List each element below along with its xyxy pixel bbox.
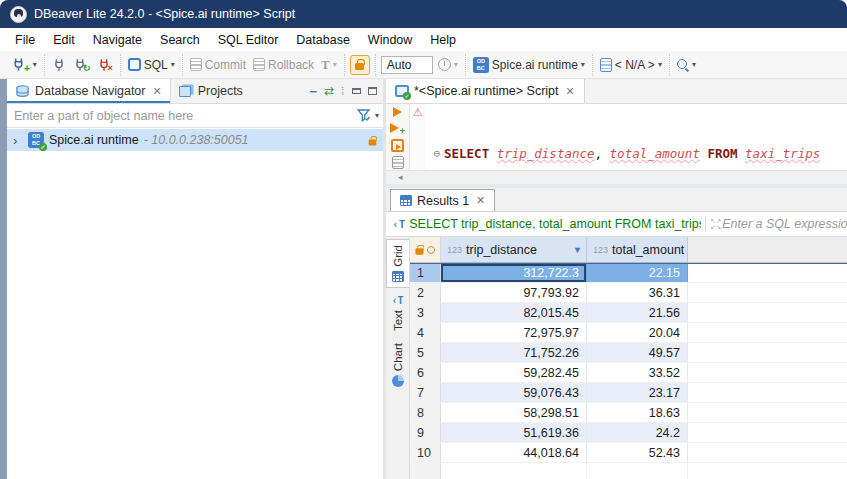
row-number-cell[interactable]: 6: [410, 363, 441, 382]
chevron-down-icon[interactable]: ▾: [454, 61, 458, 69]
row-number-cell[interactable]: 5: [410, 343, 441, 362]
cell-trip-distance[interactable]: 58,298.51: [441, 403, 587, 422]
cell-trip-distance[interactable]: 97,793.92: [441, 283, 587, 302]
row-number-cell[interactable]: 4: [410, 323, 441, 342]
chevron-down-icon[interactable]: ▾: [33, 61, 37, 69]
search-button[interactable]: ▾: [675, 58, 698, 72]
scroll-left-icon[interactable]: ◂: [398, 172, 403, 182]
commit-button[interactable]: Commit: [188, 57, 248, 73]
code-line-1[interactable]: ⊖ SELECT trip_distance, total_amount FRO…: [426, 144, 847, 163]
cell-trip-distance[interactable]: 82,015.45: [441, 303, 587, 322]
disconnect-button[interactable]: ×: [95, 55, 114, 74]
menu-search[interactable]: Search: [151, 30, 209, 50]
connect-button[interactable]: [50, 57, 68, 73]
connection-lock-toggle[interactable]: [350, 55, 370, 75]
cell-total-amount[interactable]: 24.2: [587, 423, 688, 442]
close-icon[interactable]: ✕: [566, 85, 575, 98]
cell-total-amount[interactable]: 33.52: [587, 363, 688, 382]
cell-total-amount[interactable]: 23.17: [587, 383, 688, 402]
object-filter-input[interactable]: [14, 109, 353, 123]
menu-sql-editor[interactable]: SQL Editor: [209, 30, 288, 50]
table-row[interactable]: 472,975.9720.04: [410, 323, 847, 343]
cell-total-amount[interactable]: 36.31: [587, 283, 688, 302]
menu-edit[interactable]: Edit: [44, 30, 84, 50]
cell-trip-distance[interactable]: 51,619.36: [441, 423, 587, 442]
chevron-down-icon[interactable]: ▾: [375, 112, 379, 120]
cell-trip-distance[interactable]: 59,076.43: [441, 383, 587, 402]
collapse-all-icon[interactable]: −: [310, 84, 318, 99]
menu-help[interactable]: Help: [421, 30, 465, 50]
row-number-cell[interactable]: 3: [410, 303, 441, 322]
expand-filter-icon[interactable]: ↖↗↙↘: [710, 218, 722, 230]
table-row[interactable]: 659,282.4533.52: [410, 363, 847, 383]
new-connection-button[interactable]: + ▾: [9, 55, 39, 75]
result-filter-input[interactable]: [722, 217, 847, 231]
code-area[interactable]: ⊖ SELECT trip_distance, total_amount FRO…: [426, 104, 847, 170]
tab-projects[interactable]: Projects: [171, 79, 251, 103]
table-row[interactable]: 951,619.3624.2: [410, 423, 847, 443]
explain-plan-button[interactable]: [392, 156, 404, 169]
expand-icon[interactable]: ›: [13, 133, 23, 148]
cell-total-amount[interactable]: 20.04: [587, 323, 688, 342]
cell-total-amount[interactable]: 52.43: [587, 443, 688, 462]
cell-trip-distance[interactable]: 44,018.64: [441, 443, 587, 462]
cell-trip-distance[interactable]: 312,722.3: [441, 264, 587, 282]
row-number-cell[interactable]: 7: [410, 383, 441, 402]
sql-editor-button[interactable]: SQL ▾: [126, 57, 177, 73]
active-connection-selector[interactable]: OD BC Spice.ai runtime ▾: [471, 56, 587, 74]
fold-marker-icon[interactable]: ⊖: [430, 144, 444, 163]
menu-navigate[interactable]: Navigate: [84, 30, 151, 50]
active-database-selector[interactable]: < N/A > ▾: [598, 57, 664, 73]
transaction-log-button[interactable]: ▾: [436, 57, 460, 72]
row-number-cell[interactable]: 10: [410, 443, 441, 462]
cell-trip-distance[interactable]: 72,975.97: [441, 323, 587, 342]
row-number-cell[interactable]: 9: [410, 423, 441, 442]
chevron-down-icon[interactable]: ▾: [658, 61, 662, 69]
transaction-mode-button[interactable]: T ▾: [319, 56, 339, 74]
minimize-view-icon[interactable]: [352, 88, 361, 94]
menu-window[interactable]: Window: [359, 30, 421, 50]
tab-chart[interactable]: Chart: [386, 338, 409, 392]
editor-horizontal-scrollbar[interactable]: ◂: [386, 170, 847, 184]
table-row[interactable]: 1312,722.322.15: [410, 263, 847, 283]
menu-file[interactable]: File: [6, 30, 44, 50]
row-number-cell[interactable]: 8: [410, 403, 441, 422]
tab-script[interactable]: *<Spice.ai runtime> Script ✕: [386, 79, 585, 103]
maximize-view-icon[interactable]: [368, 87, 377, 95]
table-row[interactable]: 1044,018.6452.43: [410, 443, 847, 463]
column-header-trip-distance[interactable]: 123 trip_distance ▼: [441, 237, 587, 263]
close-icon[interactable]: ✕: [152, 85, 161, 98]
close-icon[interactable]: ✕: [476, 194, 485, 207]
cell-trip-distance[interactable]: 59,282.45: [441, 363, 587, 382]
filter-funnel-icon[interactable]: [357, 109, 371, 122]
rollback-button[interactable]: Rollback: [251, 57, 316, 73]
column-header-total-amount[interactable]: 123 total_amount ▼: [587, 237, 688, 263]
link-with-editor-icon[interactable]: ⇄: [324, 84, 334, 98]
tab-results-1[interactable]: Results 1 ✕: [390, 189, 495, 211]
cell-trip-distance[interactable]: 71,752.26: [441, 343, 587, 362]
tab-grid[interactable]: Grid: [386, 239, 409, 288]
row-number-cell[interactable]: 2: [410, 283, 441, 302]
menu-database[interactable]: Database: [287, 30, 359, 50]
table-row[interactable]: 858,298.5118.63: [410, 403, 847, 423]
execute-statement-button[interactable]: [393, 107, 402, 117]
sort-desc-icon[interactable]: ▼: [573, 245, 582, 255]
cell-total-amount[interactable]: 21.56: [587, 303, 688, 322]
result-grid[interactable]: 123 trip_distance ▼ 123 total_amount ▼: [410, 237, 847, 479]
table-row[interactable]: 297,793.9236.31: [410, 283, 847, 303]
cell-total-amount[interactable]: 18.63: [587, 403, 688, 422]
table-row[interactable]: 759,076.4323.17: [410, 383, 847, 403]
chevron-down-icon[interactable]: ▾: [692, 61, 696, 69]
reconnect-button[interactable]: ↻: [71, 55, 93, 74]
sql-editor[interactable]: + ⚠ ⊖ SELECT trip_distance, total_amount…: [386, 104, 847, 170]
chevron-down-icon[interactable]: ▾: [581, 61, 585, 69]
view-menu-icon[interactable]: ⁞: [341, 86, 345, 97]
cell-total-amount[interactable]: 49.57: [587, 343, 688, 362]
tree-item-connection[interactable]: › OD BC ✓ Spice.ai runtime - 10.0.0.238:…: [7, 129, 383, 151]
execute-new-tab-button[interactable]: +: [390, 121, 405, 135]
row-number-cell[interactable]: 1: [410, 264, 441, 282]
chevron-down-icon[interactable]: ▾: [171, 61, 175, 69]
table-row[interactable]: 382,015.4521.56: [410, 303, 847, 323]
execute-script-button[interactable]: [391, 139, 404, 152]
grid-corner-cell[interactable]: [410, 237, 441, 263]
